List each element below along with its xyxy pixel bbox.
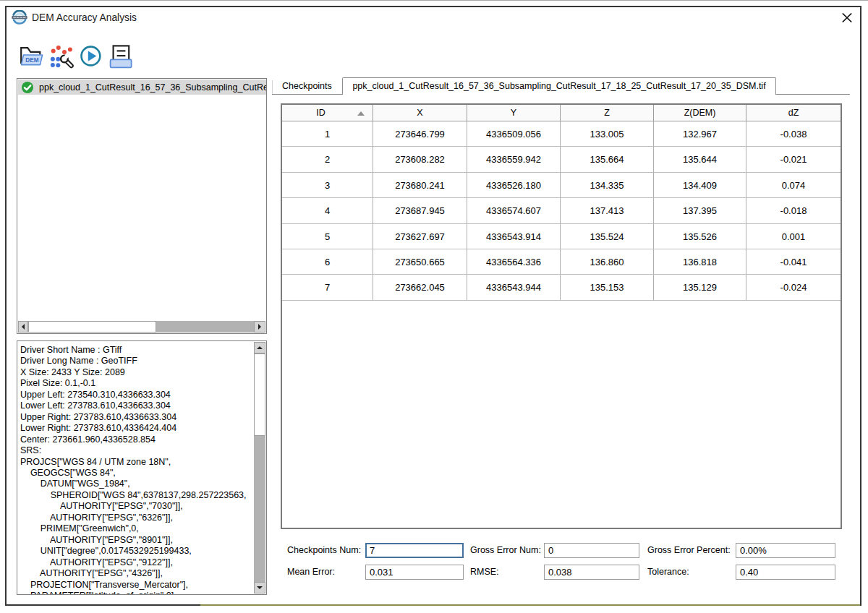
svg-text:DEM: DEM — [25, 57, 38, 64]
